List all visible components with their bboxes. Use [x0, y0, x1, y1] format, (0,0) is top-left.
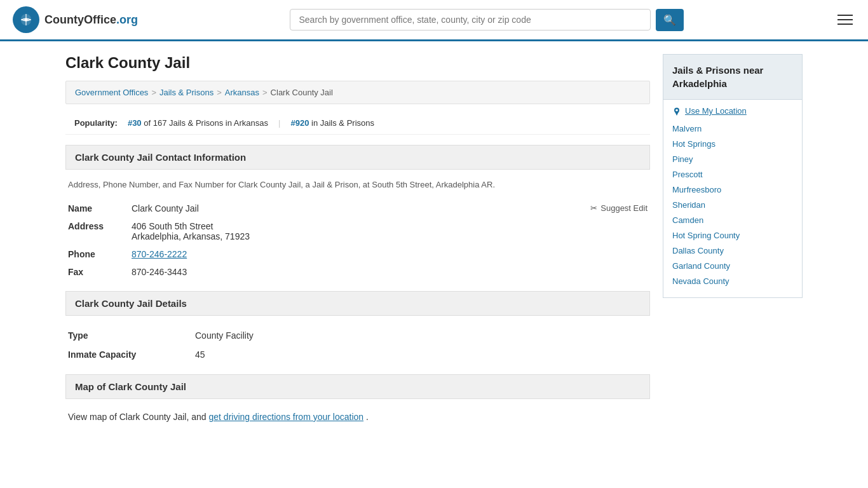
sidebar-item-sheridan[interactable]: Sheridan — [672, 200, 705, 210]
breadcrumb-current: Clark County Jail — [271, 88, 333, 97]
sidebar-item-garland-county[interactable]: Garland County — [672, 261, 730, 271]
menu-line-2 — [837, 19, 853, 20]
type-label: Type — [65, 326, 193, 345]
table-row: Name Clark County Jail ✂ Suggest Edit — [65, 200, 650, 217]
breadcrumb-sep-3: > — [262, 88, 268, 97]
list-item: Camden — [672, 215, 793, 225]
contact-table: Name Clark County Jail ✂ Suggest Edit Ad… — [65, 200, 650, 281]
sidebar-item-murfreesboro[interactable]: Murfreesboro — [672, 185, 721, 194]
capacity-value: 45 — [193, 345, 650, 364]
map-section-header: Map of Clark County Jail — [65, 374, 650, 399]
popularity-label: Popularity: — [74, 118, 118, 128]
table-row: Phone 870-246-2222 — [65, 245, 650, 263]
breadcrumb-government-offices[interactable]: Government Offices — [75, 88, 148, 97]
table-row: Type County Facility — [65, 326, 650, 345]
location-icon — [672, 107, 681, 116]
driving-directions-link[interactable]: get driving directions from your locatio… — [209, 412, 364, 422]
svg-point-6 — [675, 109, 678, 111]
logo-area: CountyOffice.org — [13, 6, 138, 33]
svg-marker-5 — [675, 112, 679, 116]
capacity-label: Inmate Capacity — [65, 345, 193, 364]
list-item: Hot Spring County — [672, 230, 793, 240]
list-item: Dallas County — [672, 245, 793, 255]
type-value: County Facility — [193, 326, 650, 345]
site-header: CountyOffice.org 🔍 — [0, 0, 868, 41]
list-item: Malvern — [672, 123, 793, 133]
breadcrumb-sep-1: > — [151, 88, 156, 97]
table-row: Address 406 South 5th Street Arkadelphia… — [65, 217, 650, 245]
details-table: Type County Facility Inmate Capacity 45 — [65, 326, 650, 364]
rank2: #920 in Jails & Prisons — [290, 118, 374, 128]
name-label: Name — [65, 200, 129, 217]
search-area: 🔍 — [290, 9, 684, 31]
list-item: Nevada County — [672, 276, 793, 286]
sidebar-item-malvern[interactable]: Malvern — [672, 124, 702, 133]
sidebar-item-hot-spring-county[interactable]: Hot Spring County — [672, 231, 740, 240]
search-button[interactable]: 🔍 — [656, 9, 684, 31]
list-item: Sheridan — [672, 200, 793, 210]
sidebar-item-camden[interactable]: Camden — [672, 215, 703, 225]
table-row: Fax 870-246-3443 — [65, 263, 650, 281]
list-item: Murfreesboro — [672, 184, 793, 194]
phone-link[interactable]: 870-246-2222 — [132, 249, 187, 259]
logo-text: CountyOffice.org — [44, 13, 138, 27]
pipe-separator: | — [278, 118, 280, 128]
popularity-bar: Popularity: #30 of 167 Jails & Prisons i… — [65, 112, 650, 135]
suggest-edit-button[interactable]: ✂ Suggest Edit — [590, 203, 648, 213]
menu-line-1 — [837, 15, 853, 16]
sidebar-body: Use My Location MalvernHot SpringsPineyP… — [663, 99, 803, 298]
phone-label: Phone — [65, 245, 129, 263]
use-my-location-button[interactable]: Use My Location — [672, 106, 747, 116]
main-container: Clark County Jail Government Offices > J… — [53, 41, 815, 437]
breadcrumb-arkansas[interactable]: Arkansas — [225, 88, 259, 97]
breadcrumb-jails-prisons[interactable]: Jails & Prisons — [159, 88, 214, 97]
sidebar-header: Jails & Prisons near Arkadelphia — [663, 54, 803, 99]
sidebar-item-nevada-county[interactable]: Nevada County — [672, 276, 729, 286]
breadcrumb-sep-2: > — [217, 88, 222, 97]
address-label: Address — [65, 217, 129, 245]
sidebar-item-dallas-county[interactable]: Dallas County — [672, 246, 724, 255]
search-icon: 🔍 — [663, 15, 676, 25]
sidebar-item-hot-springs[interactable]: Hot Springs — [672, 139, 715, 149]
table-row: Inmate Capacity 45 — [65, 345, 650, 364]
sidebar-item-prescott[interactable]: Prescott — [672, 170, 703, 179]
logo-icon — [13, 6, 39, 33]
sidebar-links: MalvernHot SpringsPineyPrescottMurfreesb… — [672, 123, 793, 286]
contact-section-header: Clark County Jail Contact Information — [65, 145, 650, 170]
sidebar: Jails & Prisons near Arkadelphia Use My … — [663, 54, 803, 424]
name-value: Clark County Jail ✂ Suggest Edit — [129, 200, 650, 217]
menu-line-3 — [837, 24, 853, 25]
list-item: Prescott — [672, 169, 793, 179]
page-title: Clark County Jail — [65, 54, 650, 72]
suggest-edit-icon: ✂ — [590, 203, 597, 213]
fax-label: Fax — [65, 263, 129, 281]
list-item: Hot Springs — [672, 139, 793, 149]
sidebar-item-piney[interactable]: Piney — [672, 154, 693, 164]
search-input[interactable] — [290, 9, 651, 30]
map-description: View map of Clark County Jail, and get d… — [65, 409, 650, 424]
list-item: Garland County — [672, 261, 793, 271]
breadcrumb: Government Offices > Jails & Prisons > A… — [65, 81, 650, 104]
main-content: Clark County Jail Government Offices > J… — [65, 54, 650, 424]
list-item: Piney — [672, 154, 793, 164]
fax-value: 870-246-3443 — [129, 263, 650, 281]
menu-button[interactable] — [835, 12, 855, 27]
address-value: 406 South 5th Street Arkadelphia, Arkans… — [129, 217, 650, 245]
contact-description: Address, Phone Number, and Fax Number fo… — [65, 180, 650, 189]
rank1: #30 of 167 Jails & Prisons in Arkansas — [128, 118, 268, 128]
details-section-header: Clark County Jail Details — [65, 291, 650, 316]
phone-value: 870-246-2222 — [129, 245, 650, 263]
